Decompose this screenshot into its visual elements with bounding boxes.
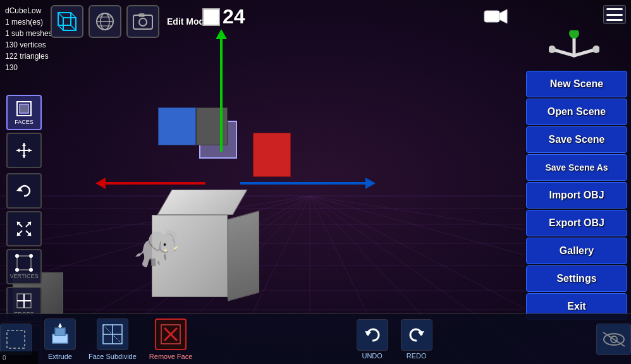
save-scene-button[interactable]: Save Scene	[526, 126, 627, 153]
vertices-icon	[15, 254, 33, 272]
visibility-toggle-button[interactable]	[596, 324, 631, 355]
face-subdivide-icon	[97, 318, 128, 350]
extrude-label: Extrude	[48, 353, 72, 360]
video-camera-icon	[484, 8, 508, 25]
select-tool-button[interactable]	[0, 324, 32, 355]
settings-button[interactable]: Settings	[526, 265, 627, 292]
svg-marker-80	[418, 331, 424, 336]
subdivide-svg	[101, 323, 124, 346]
svg-rect-43	[20, 104, 28, 113]
redo-icon	[401, 319, 432, 351]
move-button[interactable]	[6, 133, 42, 168]
mascot-character: 🐘	[133, 227, 180, 272]
undo-icon	[357, 319, 388, 351]
svg-rect-31	[133, 15, 152, 29]
svg-line-22	[58, 13, 63, 18]
viewport[interactable]: dCubeLow 1 mesh(es) 1 sub meshes 130 ver…	[0, 0, 631, 364]
remove-face-button[interactable]: Remove Face	[149, 318, 192, 360]
svg-line-23	[71, 13, 76, 18]
svg-marker-47	[22, 155, 26, 158]
gallery-button[interactable]: Gallery	[526, 238, 627, 264]
svg-marker-48	[16, 149, 20, 152]
remove-face-svg	[159, 323, 182, 346]
faces-label: FACES	[15, 119, 34, 125]
vertices-mode-button[interactable]: VERTICES	[6, 249, 42, 284]
redo-svg	[407, 325, 427, 345]
extrude-button[interactable]: Extrude	[44, 318, 76, 360]
svg-point-61	[29, 254, 33, 258]
face-subdivide-label: Face Subdivide	[89, 353, 137, 360]
sub-meshes: 1 sub meshes	[5, 28, 52, 39]
world-mode-button[interactable]	[89, 5, 121, 38]
info-panel: dCubeLow 1 mesh(es) 1 sub meshes 130 ver…	[5, 5, 52, 73]
svg-marker-35	[499, 9, 507, 23]
globe-icon	[94, 10, 116, 33]
status-bar: 0	[0, 351, 38, 364]
faces-mode-button[interactable]: FACES	[6, 95, 42, 130]
cube-mode-button[interactable]	[51, 5, 83, 38]
screenshot-icon	[132, 10, 154, 33]
camera-button[interactable]	[484, 8, 508, 30]
visibility-icon	[596, 324, 631, 355]
redo-button[interactable]: REDO	[401, 319, 432, 360]
frame-number: 24	[223, 5, 245, 28]
main-cube-top	[157, 190, 247, 215]
scene-objects: 🐘	[114, 95, 303, 297]
svg-marker-71	[58, 323, 62, 327]
svg-marker-49	[28, 149, 32, 152]
status-text: 0	[3, 355, 6, 361]
save-scene-as-button[interactable]: Save Scene As	[526, 154, 627, 181]
extrude-icon	[44, 318, 76, 350]
select-icon	[5, 329, 27, 350]
svg-point-62	[15, 268, 19, 272]
extra-info: 130	[5, 62, 52, 73]
svg-rect-59	[17, 256, 31, 270]
mesh-count: 1 mesh(es)	[5, 16, 52, 28]
svg-line-83	[603, 332, 625, 346]
screenshot-button[interactable]	[126, 5, 159, 38]
svg-point-39	[569, 30, 579, 39]
svg-point-63	[29, 268, 33, 272]
undo-rotate-button[interactable]	[6, 173, 42, 209]
face-subdivide-button[interactable]: Face Subdivide	[89, 318, 137, 360]
right-menu: New Scene Open Scene Save Scene Save Sce…	[525, 70, 631, 321]
vertices-label: VERTICES	[10, 273, 39, 279]
remove-face-label: Remove Face	[149, 353, 192, 360]
frame-counter: 24	[202, 5, 245, 28]
export-obj-button[interactable]: Export OBJ	[526, 210, 627, 236]
svg-point-60	[15, 254, 19, 258]
bottom-toolbar: Extrude Face Subdivide	[0, 313, 631, 364]
eye-slash-svg	[601, 331, 627, 348]
object-name: dCubeLow	[5, 5, 52, 16]
open-scene-button[interactable]: Open Scene	[526, 99, 627, 125]
red-x-axis-arrow	[104, 182, 205, 185]
import-obj-button[interactable]: Import OBJ	[526, 182, 627, 209]
undo-svg	[362, 325, 383, 345]
red-cube	[253, 133, 291, 177]
svg-point-40	[592, 46, 599, 53]
new-scene-button[interactable]: New Scene	[526, 71, 627, 97]
svg-line-25	[71, 25, 76, 30]
edit-mode-toolbar: Edit Mode	[51, 5, 209, 38]
svg-marker-79	[365, 331, 371, 336]
dark-gray-cube	[196, 107, 228, 145]
svg-rect-67	[7, 331, 25, 348]
svg-rect-69	[55, 328, 65, 336]
svg-marker-46	[22, 143, 26, 146]
vertices-count: 130 vertices	[5, 39, 52, 51]
hamburger-line-2	[606, 14, 623, 16]
edges-icon	[15, 292, 33, 310]
cube-wireframe-icon	[56, 10, 78, 33]
hamburger-menu[interactable]	[603, 5, 626, 24]
undo-button[interactable]: UNDO	[357, 319, 388, 360]
faces-icon	[15, 100, 33, 118]
blue-cube	[158, 107, 196, 145]
redo-label: REDO	[407, 352, 427, 360]
scale-button[interactable]	[6, 211, 42, 246]
undo-label: UNDO	[362, 352, 382, 360]
move-icon	[15, 142, 33, 159]
remove-face-icon	[155, 318, 187, 350]
svg-rect-34	[484, 11, 499, 22]
svg-line-24	[58, 25, 63, 30]
rotate-undo-icon	[15, 181, 34, 200]
